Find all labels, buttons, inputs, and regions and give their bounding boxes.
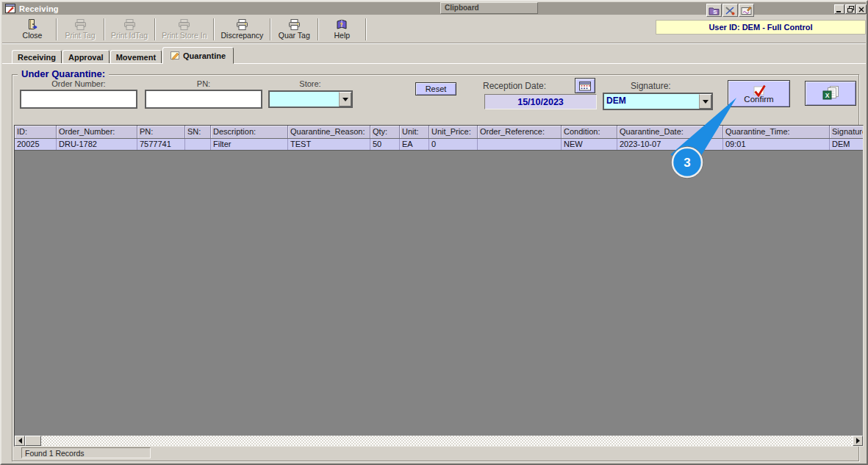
table-cell[interactable]: 7577741 [137,139,185,150]
tab-label: Receiving [18,53,56,62]
svg-text:S: S [713,9,717,15]
order-number-input[interactable] [20,90,137,109]
confirm-button[interactable]: Confirm [728,80,790,107]
tab-quarantine[interactable]: Quarantine [162,47,234,64]
clipboard-floating-title[interactable]: Clipboard [440,2,538,14]
table-cell[interactable]: 09:01 [723,139,830,150]
toolbar-label: Print IdTag [111,31,148,40]
signature-pad-icon [741,6,752,15]
excel-export-icon: X [822,86,839,101]
order-number-label: Order Number: [20,79,137,88]
tab-label: Movement [116,53,156,62]
printer-icon [178,19,190,30]
scrollbar-track[interactable] [41,436,853,446]
tab-label: Approval [68,53,104,62]
reset-button[interactable]: Reset [415,82,456,95]
toolbar-label: Discrepancy [220,31,263,40]
help-book-icon: ? [336,19,348,30]
status-bar: Found 1 Records [21,447,151,458]
tab-movement[interactable]: Movement [110,50,162,64]
column-header[interactable]: Order_Number: [57,126,137,138]
column-header[interactable]: Unit_Price: [429,126,478,138]
signature-pad-button[interactable] [739,4,754,17]
tab-label: Quarantine [183,51,226,60]
reception-date-field[interactable]: 15/10/2023 [484,94,597,109]
scroll-left-icon [15,438,22,444]
table-cell[interactable]: 0 [429,139,478,150]
store-dropdown-button[interactable] [339,92,351,107]
tab-strip: Receiving Approval Movement Quarantine [12,47,234,64]
toolbar-label: Quar Tag [279,31,310,40]
column-header[interactable]: Quarantine_Reason: [288,126,370,138]
column-header[interactable]: Condition: [562,126,617,138]
minimize-button[interactable] [834,4,844,14]
minimize-icon [836,7,842,12]
help-button[interactable]: ? Help [322,16,362,43]
scroll-right-icon [856,438,863,444]
store-dropdown[interactable] [268,90,353,108]
signature-dropdown-button[interactable] [699,94,711,109]
toolbar-separator [365,18,366,40]
restore-icon [847,6,854,12]
table-row[interactable]: 20025DRU-17827577741FilterTEST50EA0NEW20… [15,139,863,151]
printer-icon [288,19,301,30]
table-cell[interactable]: DRU-1782 [57,139,137,150]
toolbar-separator [154,18,155,40]
printer-icon [123,19,136,30]
signature-dropdown[interactable]: DEM [603,93,713,110]
quarantine-table: ID:Order_Number:PN:SN:Description:Quaran… [14,125,864,447]
window-title: Receiving [19,4,59,13]
scroll-left-button[interactable] [15,436,25,446]
column-header[interactable]: Quarantine_Date: [617,126,723,138]
column-header[interactable]: SN: [185,126,211,138]
table-cell[interactable]: Filter [211,139,288,150]
column-header[interactable]: Quarantine_Time: [723,126,830,138]
horizontal-scrollbar[interactable] [15,436,863,446]
close-button[interactable]: Close [12,16,52,43]
table-header-row: ID:Order_Number:PN:SN:Description:Quaran… [15,126,863,139]
reception-date-value: 15/10/2023 [517,97,564,107]
toolbar-separator [270,18,270,40]
calendar-button[interactable] [575,78,595,93]
tab-approval[interactable]: Approval [62,50,110,64]
tab-receiving[interactable]: Receiving [12,50,62,64]
print-idtag-button: Print IdTag [108,16,151,43]
table-cell[interactable]: 2023-10-07 [617,139,723,150]
user-id-text: User ID: DEM - Full Control [709,23,812,32]
signature-label: Signature: [631,81,671,91]
table-cell[interactable]: EA [400,139,429,150]
column-header[interactable]: PN: [137,126,185,138]
table-cell[interactable] [185,139,211,150]
scrollbar-thumb[interactable] [25,436,41,446]
quar-tag-button[interactable]: Quar Tag [274,16,314,43]
column-header[interactable]: Description: [211,126,288,138]
reset-label: Reset [426,84,447,93]
store-folder-button[interactable]: S [706,4,722,17]
table-cell[interactable]: 20025 [15,139,57,150]
column-header[interactable]: Unit: [400,126,429,138]
printer-icon [236,19,248,30]
column-header[interactable]: Qty: [370,126,400,138]
table-cell[interactable]: TEST [288,139,370,150]
toolbar-label: Help [334,31,350,40]
table-cell[interactable] [478,139,562,150]
toolbar-label: Close [23,31,43,40]
signature-value: DEM [604,94,699,109]
table-cell[interactable]: NEW [562,139,617,150]
tools-button[interactable] [722,4,738,17]
table-cell[interactable]: DEM [830,139,863,150]
table-empty-area [15,151,863,436]
scroll-right-button[interactable] [853,436,863,446]
pn-input[interactable] [145,90,262,109]
column-header[interactable]: Signature: [830,126,863,138]
printer-icon [74,19,87,30]
excel-export-button[interactable]: X [805,81,856,106]
table-cell[interactable]: 50 [370,139,400,150]
restore-button[interactable] [845,4,856,14]
discrepancy-button[interactable]: Discrepancy [218,16,266,43]
group-title: Under Quarantine: [18,68,109,79]
column-header[interactable]: Order_Reference: [478,126,562,138]
column-header[interactable]: ID: [15,126,57,138]
close-window-button[interactable] [856,4,867,14]
svg-text:?: ? [340,21,343,27]
